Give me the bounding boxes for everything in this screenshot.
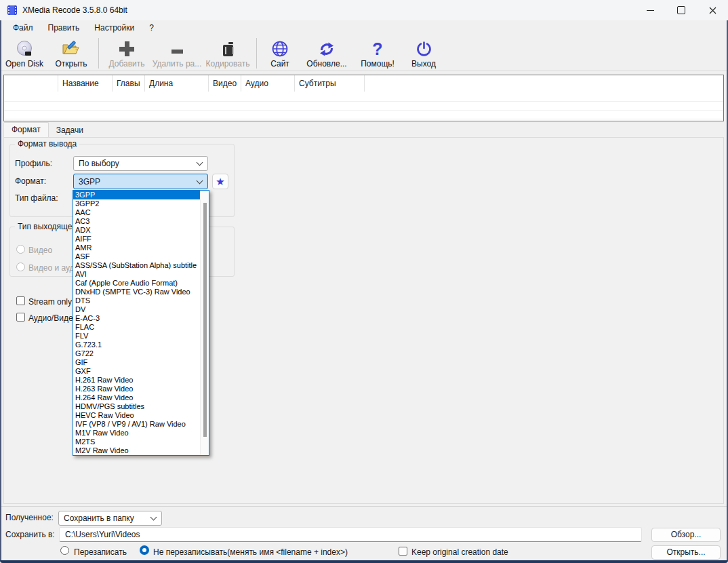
close-button[interactable] <box>697 0 728 20</box>
column-header-chapters[interactable]: Главы <box>113 75 145 92</box>
dropdown-item[interactable]: M2TS <box>73 438 209 446</box>
dropdown-item[interactable]: H.264 Raw Video <box>73 393 209 402</box>
open-disc-icon <box>16 39 33 58</box>
open-file-button[interactable]: Открыть <box>47 37 95 69</box>
dropdown-item[interactable]: G.723.1 <box>73 341 209 349</box>
favorite-button[interactable]: ★ <box>212 174 228 189</box>
window-border-left <box>0 20 1 560</box>
dropdown-item[interactable]: M1V Raw Video <box>73 429 209 438</box>
title-bar: XMedia Recode 3.5.8.0 64bit <box>0 0 728 20</box>
column-header-subtitles[interactable]: Субтитры <box>295 75 365 92</box>
dropdown-item[interactable]: E-AC-3 <box>73 314 209 323</box>
star-icon: ★ <box>216 176 224 187</box>
website-button[interactable]: Сайт <box>260 37 300 69</box>
menu-file[interactable]: Файл <box>5 20 41 35</box>
toolbar-label: Сайт <box>270 59 289 69</box>
window-title: XMedia Recode 3.5.8.0 64bit <box>22 0 127 20</box>
dropdown-item-selected[interactable]: 3GPP <box>73 191 209 199</box>
scrollbar-thumb[interactable] <box>203 203 207 437</box>
dropdown-item[interactable]: AC3 <box>73 217 209 226</box>
dropdown-scrollbar[interactable] <box>200 191 209 455</box>
video-audio-radio-label: Видео и ауди <box>28 263 79 273</box>
dropdown-item[interactable]: H.261 Raw Video <box>73 376 209 385</box>
save-path-input[interactable] <box>59 527 642 542</box>
app-logo-icon <box>7 5 18 16</box>
dropdown-item[interactable]: ADX <box>73 226 209 235</box>
power-icon <box>416 39 432 58</box>
minimize-button[interactable] <box>634 0 666 20</box>
keep-creation-date-label: Keep original creation date <box>411 547 508 557</box>
add-button: Добавить <box>102 37 151 69</box>
table-row <box>4 119 723 119</box>
toolbar-label: Выход <box>411 59 436 69</box>
profile-select[interactable]: По выбору <box>73 156 208 171</box>
dropdown-item[interactable]: DV <box>73 305 209 314</box>
audio-video-label: Аудио/Видео <box>28 313 77 323</box>
dropdown-item[interactable]: HDMV/PGS subtitles <box>73 402 209 411</box>
dropdown-item[interactable]: AIFF <box>73 235 209 244</box>
question-icon: ? <box>372 39 382 58</box>
dropdown-item[interactable]: FLV <box>73 332 209 341</box>
browse-button[interactable]: Обзор... <box>651 528 721 542</box>
output-mode-select[interactable]: Сохранить в папку <box>58 511 162 526</box>
toolbar: Open Disk Открыть Добавить Удалить ра... <box>0 35 728 71</box>
save-to-label: Сохранить в: <box>5 530 55 539</box>
bottom-divider <box>0 506 728 507</box>
dropdown-item[interactable]: HEVC Raw Video <box>73 411 209 420</box>
dropdown-item[interactable]: AMR <box>73 244 209 252</box>
dropdown-item[interactable]: DNxHD (SMPTE VC-3) Raw Video <box>73 288 209 296</box>
overwrite-radio[interactable] <box>60 546 69 555</box>
column-header-length[interactable]: Длина <box>145 75 209 92</box>
menu-help[interactable]: ? <box>142 20 161 35</box>
menu-edit[interactable]: Править <box>41 20 87 35</box>
dropdown-item[interactable]: 3GPP2 <box>73 199 209 208</box>
dropdown-item[interactable]: DTS <box>73 296 209 305</box>
dropdown-item[interactable]: H.263 Raw Video <box>73 385 209 393</box>
maximize-button[interactable] <box>666 0 697 20</box>
menu-settings[interactable]: Настройки <box>87 20 142 35</box>
keep-creation-date-checkbox[interactable] <box>399 547 407 556</box>
tab-tasks[interactable]: Задачи <box>49 123 91 137</box>
open-folder-icon <box>61 39 81 58</box>
output-mode-value: Сохранить в папку <box>64 513 134 523</box>
dropdown-item[interactable]: IVF (VP8 / VP9 / AV1) Raw Video <box>73 420 209 429</box>
dropdown-item[interactable]: GIF <box>73 358 209 367</box>
open-disk-button[interactable]: Open Disk <box>1 37 47 69</box>
dropdown-item[interactable]: FLAC <box>73 323 209 332</box>
stream-only-checkbox[interactable] <box>16 296 25 305</box>
profile-label: Профиль: <box>15 159 52 168</box>
maximize-icon <box>677 6 685 14</box>
update-button[interactable]: Обновле... <box>300 37 354 69</box>
column-header-audio[interactable]: Аудио <box>241 75 295 92</box>
dropdown-item[interactable]: ASF <box>73 252 209 261</box>
format-select[interactable]: 3GPP <box>73 174 208 189</box>
audio-video-checkbox[interactable] <box>16 313 25 322</box>
format-label: Формат: <box>15 176 46 186</box>
video-radio-label: Видео <box>28 246 52 255</box>
dropdown-item[interactable]: AAC <box>73 208 209 217</box>
help-button[interactable]: ? Помощь! <box>354 37 401 69</box>
menu-bar: Файл Править Настройки ? <box>0 20 728 35</box>
column-header-name[interactable]: Название <box>58 75 113 92</box>
window-border-bottom <box>0 560 728 563</box>
column-header-filler <box>365 75 723 92</box>
app-window: XMedia Recode 3.5.8.0 64bit Файл Править… <box>0 0 728 563</box>
dropdown-item[interactable]: AVI <box>73 270 209 279</box>
file-list-table[interactable]: Название Главы Длина Видео Аудио Субтитр… <box>3 75 724 121</box>
close-icon <box>709 7 716 14</box>
dropdown-item[interactable]: ASS/SSA (SubStation Alpha) subtitle <box>73 261 209 270</box>
column-header-blank[interactable] <box>4 75 58 92</box>
dropdown-item[interactable]: M2V Raw Video <box>73 446 209 455</box>
column-header-video[interactable]: Видео <box>209 75 241 92</box>
open-output-button[interactable]: Открыть... <box>651 545 721 560</box>
dropdown-item[interactable]: Caf (Apple Core Audio Format) <box>73 279 209 288</box>
toolbar-separator <box>256 38 257 69</box>
dropdown-item[interactable]: GXF <box>73 367 209 376</box>
tab-format[interactable]: Формат <box>3 122 49 137</box>
no-overwrite-radio[interactable] <box>140 545 149 555</box>
toolbar-separator <box>98 38 99 69</box>
dropdown-item[interactable]: G722 <box>73 349 209 358</box>
minimize-icon <box>647 10 654 11</box>
format-dropdown-list[interactable]: 3GPP 3GPP2 AAC AC3 ADX AIFF AMR ASF ASS/… <box>73 190 209 456</box>
exit-button[interactable]: Выход <box>401 37 446 69</box>
